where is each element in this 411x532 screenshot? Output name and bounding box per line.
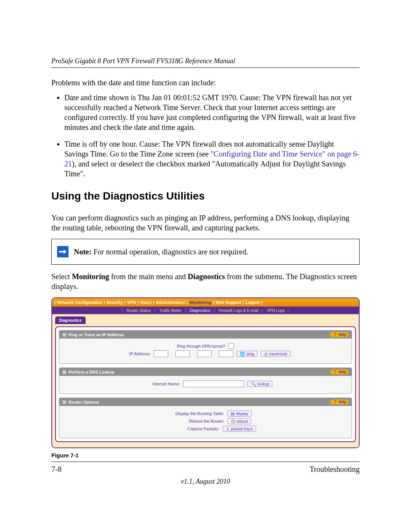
ping-vpn-label: Ping through VPN tunnel? xyxy=(177,344,225,348)
button-label: lookup xyxy=(258,382,269,386)
ip-octet-1-input[interactable] xyxy=(154,350,168,357)
figure-caption: Figure 7-1 xyxy=(51,452,360,459)
capture-icon: ⤓ xyxy=(226,427,229,431)
dns-section: ▦ Perform a DNS Lookup ❓ help Internet N… xyxy=(59,367,352,394)
internet-name-input[interactable] xyxy=(183,380,244,387)
help-button[interactable]: ❓ help xyxy=(330,399,349,404)
reboot-button[interactable]: ⏻reboot xyxy=(228,418,252,424)
bullet-text: Date and time shown is Thu Jan 01 00:01:… xyxy=(64,93,356,131)
bullet-list: Date and time shown is Thu Jan 01 00:01:… xyxy=(51,93,360,179)
section-icon: ▦ xyxy=(62,332,66,337)
help-button[interactable]: ❓ help xyxy=(330,369,349,374)
button-label: display xyxy=(236,411,249,416)
text-bold: Diagnostics xyxy=(188,272,225,281)
main-menu-bar: | Network Configuration | Security | VPN… xyxy=(52,298,359,307)
menu-item-web-support[interactable]: Web Support xyxy=(215,300,241,305)
menu-item-logout[interactable]: Logout xyxy=(246,300,260,305)
footer-version: v1.1, August 2010 xyxy=(51,478,360,486)
list-item: Date and time shown is Thu Jan 01 00:01:… xyxy=(64,93,360,132)
lookup-button[interactable]: 🔍lookup xyxy=(247,381,273,387)
menu-item-network-configuration[interactable]: Network Configuration xyxy=(57,300,102,305)
section-title: Ping or Trace an IP Address xyxy=(68,332,124,337)
display-button[interactable]: ▤display xyxy=(227,411,252,417)
help-icon: ❓ xyxy=(333,400,337,404)
menu-item-users[interactable]: Users xyxy=(140,300,152,305)
diagnostics-screenshot: | Network Configuration | Security | VPN… xyxy=(51,297,360,448)
ip-octet-2-input[interactable] xyxy=(175,350,190,357)
tab-strip: Diagnostics xyxy=(55,316,356,324)
submenu-item-firewall-logs[interactable]: Firewall Logs & E-mail xyxy=(218,308,258,313)
button-label: ping xyxy=(247,351,254,356)
button-label: packet trace xyxy=(231,427,253,431)
ping-button[interactable]: 🌐ping xyxy=(236,351,258,357)
running-head: ProSafe Gigabit 8 Port VPN Firewall FVS3… xyxy=(51,57,360,68)
section-paragraph: You can perform diagnostics such as ping… xyxy=(51,213,360,233)
submenu-item-vpn-logs[interactable]: VPN Logs xyxy=(266,308,284,313)
internet-name-label: Internet Name: xyxy=(139,382,180,386)
tab-diagnostics[interactable]: Diagnostics xyxy=(55,316,86,324)
section-heading: Using the Diagnostics Utilities xyxy=(51,190,360,202)
help-icon: ❓ xyxy=(333,370,337,374)
section-icon: ▦ xyxy=(62,369,66,374)
search-icon: 🔍 xyxy=(251,382,256,386)
ip-octet-4-input[interactable] xyxy=(219,350,233,357)
menu-item-security[interactable]: Security xyxy=(107,300,123,305)
router-options-section: ▦ Router Options ❓ help Display the Rout… xyxy=(59,398,352,438)
intro-paragraph: Problems with the date and time function… xyxy=(51,78,360,87)
submenu-bar: :: Router Status :: Traffic Meter :: Dia… xyxy=(52,307,359,314)
button-label: traceroute xyxy=(269,351,287,356)
menu-item-vpn[interactable]: VPN xyxy=(127,300,136,305)
capture-packets-label: Capture Packets: xyxy=(155,427,220,431)
ip-address-label: IP Address: xyxy=(120,351,151,356)
submenu-item-router-status[interactable]: Router Status xyxy=(126,308,151,313)
ip-octet-3-input[interactable] xyxy=(197,350,212,357)
section-title: Router Options xyxy=(68,400,99,404)
help-label: help xyxy=(338,370,346,374)
footer-section-name: Troubleshooting xyxy=(309,465,360,474)
arrow-right-icon xyxy=(57,246,68,257)
list-item: Time is off by one hour. Cause: The VPN … xyxy=(64,139,360,179)
routing-table-label: Display the Routing Table: xyxy=(159,411,224,416)
help-label: help xyxy=(338,332,346,337)
ping-vpn-checkbox[interactable] xyxy=(228,343,234,349)
diagnostics-panel: ▦ Ping or Trace an IP Address ❓ help Pin… xyxy=(55,326,356,442)
traceroute-button[interactable]: ◎traceroute xyxy=(261,351,291,357)
section-title: Perform a DNS Lookup xyxy=(68,370,114,374)
note-text: Note: For normal operation, diagnostics … xyxy=(74,248,248,256)
power-icon: ⏻ xyxy=(231,419,235,423)
text-fragment: Select xyxy=(51,272,72,281)
note-body: For normal operation, diagnostics are no… xyxy=(92,248,249,256)
note-callout: Note: For normal operation, diagnostics … xyxy=(51,239,360,265)
text-bold: Monitoring xyxy=(72,272,109,281)
ping-section: ▦ Ping or Trace an IP Address ❓ help Pin… xyxy=(59,330,352,364)
footer-rule: 7-8 Troubleshooting v1.1, August 2010 xyxy=(51,462,360,486)
submenu-item-diagnostics[interactable]: Diagnostics xyxy=(190,308,210,313)
help-label: help xyxy=(338,400,346,404)
reboot-label: Reboot the Router: xyxy=(160,419,225,423)
text-fragment: from the main menu and xyxy=(109,272,188,281)
help-icon: ❓ xyxy=(333,332,337,337)
section-icon: ▦ xyxy=(62,399,66,404)
note-label: Note: xyxy=(74,248,92,256)
button-label: reboot xyxy=(237,419,248,423)
globe-icon: 🌐 xyxy=(240,352,245,356)
target-icon: ◎ xyxy=(264,352,268,356)
page-number: 7-8 xyxy=(51,465,62,474)
menu-item-monitoring[interactable]: Monitoring xyxy=(190,300,211,305)
table-icon: ▤ xyxy=(231,412,234,416)
help-button[interactable]: ❓ help xyxy=(330,332,349,337)
menu-item-administration[interactable]: Administration xyxy=(156,300,186,305)
bullet-text-after: ), and select or deselect the checkbox m… xyxy=(64,160,346,178)
submenu-item-traffic-meter[interactable]: Traffic Meter xyxy=(159,308,181,313)
instruction-paragraph: Select Monitoring from the main menu and… xyxy=(51,272,360,291)
packet-trace-button[interactable]: ⤓packet trace xyxy=(223,426,256,432)
